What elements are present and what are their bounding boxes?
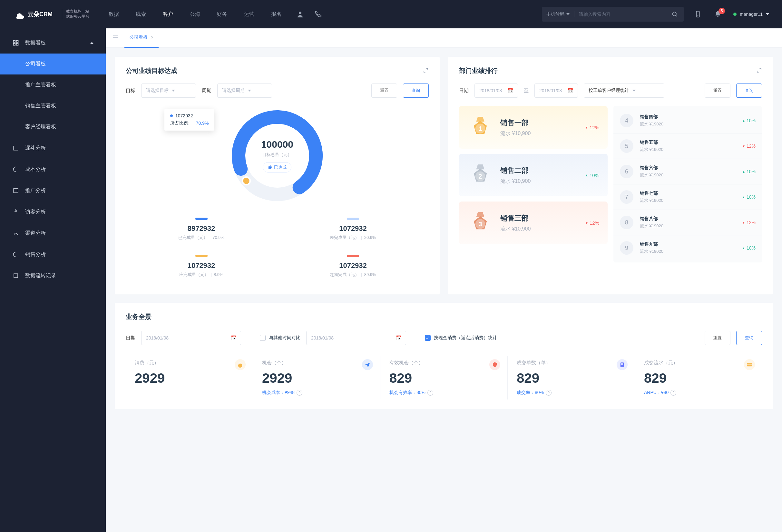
sidebar-icon [12, 251, 19, 258]
checkbox-icon [260, 335, 265, 341]
rank-card[interactable]: 3销售三部流水 ¥10,900▼ 12% [459, 202, 608, 244]
rank-row[interactable]: 6销售六部流水 ¥19020▲ 10% [613, 159, 762, 184]
search-category-select[interactable]: 手机号码 [546, 11, 574, 17]
svg-rect-24 [747, 364, 752, 365]
sidebar-sub-item[interactable]: 公司看板 [0, 54, 106, 74]
date-from[interactable]: 2018/01/08📅 [474, 83, 518, 98]
sidebar-sub-item[interactable]: 销售主管看板 [0, 96, 106, 116]
sidebar-item[interactable]: 访客分析 [0, 201, 106, 222]
expand-icon[interactable] [423, 67, 429, 74]
reset-button[interactable]: 重置 [371, 83, 397, 98]
achieved-tag: 已达成 [263, 162, 291, 173]
date-input-a[interactable]: 2018/01/08📅 [141, 331, 241, 345]
sidebar-sub-item[interactable]: 推广主管看板 [0, 74, 106, 96]
query-button[interactable]: 查询 [403, 83, 429, 98]
topnav-item[interactable]: 财务 [217, 11, 227, 18]
kpi-cell: 消费（元）2929 [126, 356, 253, 399]
select-target[interactable]: 请选择目标 [141, 83, 196, 98]
reset-button[interactable]: 重置 [705, 331, 731, 345]
help-icon[interactable]: ? [427, 390, 433, 396]
help-icon[interactable]: ? [546, 390, 552, 396]
expand-icon[interactable] [756, 67, 762, 74]
topnav-item[interactable]: 公海 [190, 11, 200, 18]
topnav-item[interactable]: 数据 [109, 11, 119, 18]
content-area: 公司看板 × 公司业绩目标达成 目标 请选择目标 周 [106, 28, 782, 532]
doc-icon [617, 359, 628, 370]
topnav-item[interactable]: 线索 [136, 11, 146, 18]
tab-company-board[interactable]: 公司看板 × [125, 28, 158, 48]
rank-card[interactable]: 1销售一部流水 ¥10,900▼ 12% [459, 106, 608, 149]
select-period[interactable]: 请选择周期 [217, 83, 272, 98]
card-dept-ranking: 部门业绩排行 日期 2018/01/08📅 至 2018/01/08📅 按工单客… [448, 57, 773, 294]
calendar-icon: 📅 [231, 335, 236, 341]
topnav-item[interactable]: 客户 [163, 11, 173, 18]
sidebar-icon [12, 144, 19, 151]
sidebar-icon [12, 187, 19, 194]
rank-card[interactable]: 2销售二部流水 ¥10,900▲ 10% [459, 154, 608, 197]
label-target: 目标 [126, 88, 135, 94]
status-dot-icon [733, 12, 737, 16]
svg-text:2: 2 [478, 173, 482, 180]
label-date: 日期 [126, 335, 135, 341]
topbar: 云朵CRM 教育机构一站式服务云平台 数据线索客户公海财务运营报名 手机号码 [0, 0, 782, 28]
svg-rect-22 [621, 364, 623, 365]
rank-row[interactable]: 9销售九部流水 ¥19020▲ 10% [613, 235, 762, 260]
date-to[interactable]: 2018/01/08📅 [534, 83, 578, 98]
select-mode[interactable]: 按工单客户经理统计 [584, 83, 664, 98]
cash-checkbox[interactable]: ✓ 按现金消费（返点后消费）统计 [425, 335, 497, 341]
card-goal-achievement: 公司业绩目标达成 目标 请选择目标 周期 请选择周期 重置 查询 [115, 57, 440, 294]
query-button[interactable]: 查询 [736, 83, 762, 98]
kpi-cell: 成交流水（元）829ARPU：¥80? [635, 356, 762, 399]
svg-text:1: 1 [478, 125, 482, 132]
svg-rect-4 [13, 41, 15, 42]
logo-icon: 云朵CRM [13, 8, 58, 21]
sidebar-item[interactable]: 推广分析 [0, 180, 106, 201]
sidebar-group-dashboard[interactable]: 数据看板 [0, 32, 106, 54]
sidebar-item[interactable]: 成本分析 [0, 158, 106, 180]
logo[interactable]: 云朵CRM 教育机构一站式服务云平台 [13, 8, 89, 21]
search-icon[interactable] [670, 10, 679, 19]
phone-icon[interactable] [314, 10, 323, 19]
svg-point-1 [673, 12, 677, 16]
search-box[interactable]: 手机号码 [542, 7, 684, 22]
svg-rect-7 [16, 43, 19, 45]
reset-button[interactable]: 重置 [705, 83, 731, 98]
bell-icon[interactable]: 5 [713, 10, 722, 19]
rank-row[interactable]: 4销售四部流水 ¥19020▲ 10% [613, 108, 762, 134]
rank-row[interactable]: 8销售八部流水 ¥19020▼ 12% [613, 210, 762, 235]
medal-icon: 2 [467, 162, 493, 188]
close-icon[interactable]: × [151, 35, 153, 40]
svg-rect-5 [16, 41, 19, 42]
topnav-item[interactable]: 报名 [271, 11, 281, 18]
label-to: 至 [524, 88, 529, 94]
help-icon[interactable]: ? [296, 390, 303, 396]
sidebar-icon [12, 166, 19, 173]
sidebar-icon [12, 272, 19, 279]
chevron-down-icon [766, 13, 769, 15]
date-input-b[interactable]: 2018/01/08📅 [306, 331, 406, 345]
query-button[interactable]: 查询 [736, 331, 762, 345]
hamburger-icon[interactable] [112, 34, 119, 42]
mobile-icon[interactable] [694, 10, 702, 19]
rank-row[interactable]: 5销售五部流水 ¥19020▼ 12% [613, 134, 762, 159]
topnav-item[interactable]: 运营 [244, 11, 254, 18]
sidebar-item[interactable]: 渠道分析 [0, 222, 106, 244]
money-bag-icon [235, 359, 246, 370]
help-icon[interactable]: ? [671, 390, 676, 396]
brand-subtitle: 教育机构一站式服务云平台 [62, 9, 89, 19]
search-input[interactable] [574, 11, 670, 17]
compare-checkbox[interactable]: 与其他时间对比 [260, 335, 300, 341]
user-menu[interactable]: manager11 [733, 11, 769, 17]
sidebar-sub-item[interactable]: 客户经理看板 [0, 116, 106, 137]
stat-cell: 1072932未完成量（元）|20.9% [277, 211, 429, 248]
medal-icon: 1 [467, 114, 493, 140]
user-icon[interactable] [295, 10, 305, 19]
card-title: 公司业绩目标达成 [126, 66, 177, 75]
rank-row[interactable]: 7销售七部流水 ¥19020▲ 10% [613, 184, 762, 210]
card-business-panorama: 业务全景 日期 2018/01/08📅 与其他时间对比 2018/01/08📅 … [115, 303, 773, 409]
sidebar-item[interactable]: 漏斗分析 [0, 137, 106, 158]
sidebar-item[interactable]: 销售分析 [0, 244, 106, 265]
sidebar-item[interactable]: 数据流转记录 [0, 265, 106, 286]
stat-cell: 1072932应完成量（元）|8.9% [126, 248, 277, 285]
svg-rect-21 [621, 363, 623, 364]
